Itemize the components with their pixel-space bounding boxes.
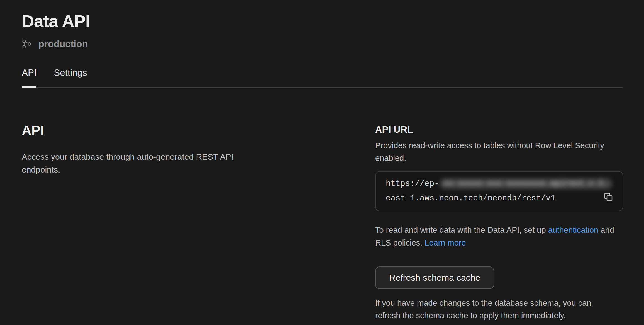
auth-note: To read and write data with the Data API… bbox=[375, 224, 623, 249]
branch-icon bbox=[22, 39, 32, 49]
tab-api[interactable]: API bbox=[22, 67, 36, 88]
tab-settings[interactable]: Settings bbox=[54, 67, 87, 87]
api-section-heading: API bbox=[22, 123, 375, 138]
auth-note-text-start: To read and write data with the Data API… bbox=[375, 225, 548, 234]
schema-cache-description: If you have made changes to the database… bbox=[375, 297, 618, 322]
api-url-box: https://ep-xx-xxxxx-xxx-xxxxxxxx.apirest… bbox=[375, 171, 623, 211]
branch-name: production bbox=[38, 38, 88, 49]
tab-bar: API Settings bbox=[22, 67, 623, 88]
api-url-heading: API URL bbox=[375, 123, 623, 135]
main-content: API Access your database through auto-ge… bbox=[22, 88, 623, 322]
api-url-description: Provides read-write access to tables wit… bbox=[375, 139, 609, 164]
refresh-schema-cache-button[interactable]: Refresh schema cache bbox=[375, 266, 494, 289]
api-url-line-2: east-1.aws.neon.tech/neondb/rest/v1 bbox=[386, 191, 613, 206]
copy-icon bbox=[603, 192, 614, 203]
refresh-button-row: Refresh schema cache bbox=[375, 266, 623, 289]
api-section-description: Access your database through auto-genera… bbox=[22, 151, 250, 176]
copy-button[interactable] bbox=[603, 192, 614, 203]
api-url-prefix: https://ep- bbox=[386, 179, 439, 188]
api-section: API Access your database through auto-ge… bbox=[22, 123, 375, 322]
page-header: Data API production bbox=[22, 12, 623, 49]
data-api-page: Data API production API Settings API Acc… bbox=[0, 0, 644, 325]
api-url-line-1: https://ep-xx-xxxxx-xxx-xxxxxxxx.apirest… bbox=[386, 177, 613, 191]
branch-indicator: production bbox=[22, 38, 623, 49]
authentication-link[interactable]: authentication bbox=[548, 225, 599, 234]
api-url-redacted: xx-xxxxx-xxx-xxxxxxxx.apirest.c-2. bbox=[440, 178, 612, 189]
learn-more-link[interactable]: Learn more bbox=[425, 238, 466, 247]
api-url-section: API URL Provides read-write access to ta… bbox=[375, 123, 623, 322]
page-title: Data API bbox=[22, 12, 623, 31]
